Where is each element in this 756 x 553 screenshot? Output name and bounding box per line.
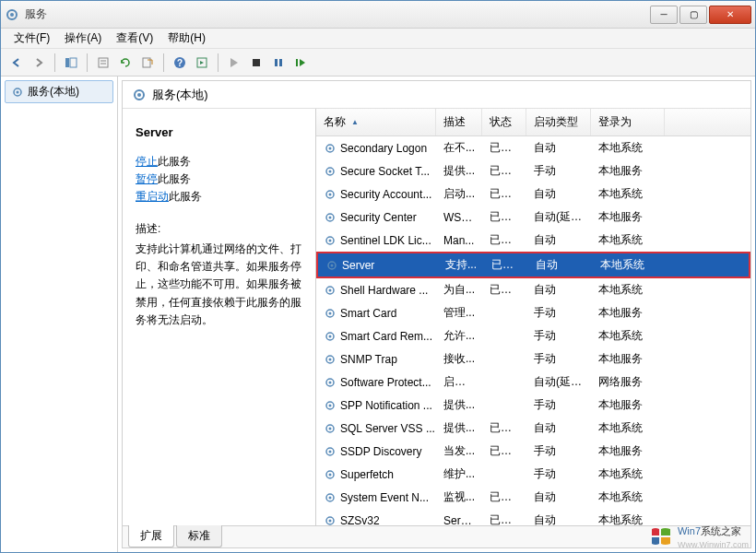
service-logon: 本地服务	[591, 395, 665, 415]
service-row[interactable]: SSDP Discovery当发...已启动手动本地服务	[316, 440, 750, 463]
service-status: 已启动	[482, 418, 526, 438]
description-label: 描述:	[136, 221, 302, 237]
service-row[interactable]: Superfetch维护...手动本地系统	[316, 463, 750, 486]
watermark: Win7系统之家 Www.Winwin7.com	[650, 524, 749, 549]
service-logon: 本地服务	[591, 303, 665, 323]
service-row[interactable]: Security Account...启动...已启动自动本地系统	[316, 182, 750, 206]
service-logon: 本地系统	[591, 184, 665, 204]
service-row[interactable]: Smart Card管理...手动本地服务	[316, 301, 750, 324]
svg-rect-2	[65, 58, 69, 67]
service-startup: 自动	[526, 230, 591, 250]
service-row[interactable]: Sentinel LDK Lic...Man...已启动自动本地系统	[316, 229, 750, 252]
gear-icon	[324, 234, 337, 247]
service-startup: 自动(延迟...	[526, 207, 591, 227]
pause-link[interactable]: 暂停	[136, 172, 158, 185]
service-desc: 启动...	[436, 184, 482, 204]
service-desc: 当发...	[436, 441, 482, 461]
content-area: 服务(本地) 服务(本地) Server 停止此服务 暂停此服务 重启动此服务	[1, 76, 755, 552]
back-button[interactable]	[6, 53, 27, 73]
start-service-button[interactable]	[224, 53, 244, 73]
menu-help[interactable]: 帮助(H)	[160, 29, 213, 48]
service-name: Security Account...	[340, 188, 431, 201]
svg-point-52	[329, 519, 332, 522]
service-row[interactable]: SNMP Trap接收...手动本地服务	[316, 347, 750, 371]
action-button[interactable]	[192, 53, 212, 73]
service-list[interactable]: 名称▲ 描述 状态 启动类型 登录为 Secondary Logon在不...已…	[316, 109, 750, 525]
export-button[interactable]	[137, 53, 158, 73]
refresh-button[interactable]	[115, 53, 136, 73]
col-logon[interactable]: 登录为	[591, 109, 665, 135]
col-status[interactable]: 状态	[482, 109, 526, 135]
service-row[interactable]: Security CenterWSC...已启动自动(延迟...本地服务	[316, 206, 750, 229]
main-pane: 服务(本地) Server 停止此服务 暂停此服务 重启动此服务 描述: 支持此…	[122, 80, 751, 548]
service-name: SPP Notification ...	[340, 399, 432, 412]
service-row[interactable]: Secondary Logon在不...已启动自动本地系统	[316, 136, 750, 159]
gear-icon	[324, 307, 337, 320]
service-row[interactable]: Software Protect...启用 ...自动(延迟...网络服务	[316, 371, 750, 394]
service-status: 已启动	[482, 138, 526, 158]
stop-link[interactable]: 停止	[136, 155, 158, 168]
col-desc[interactable]: 描述	[436, 109, 482, 135]
service-name: Smart Card	[340, 307, 396, 320]
pause-service-button[interactable]	[268, 53, 289, 73]
pane-header: 服务(本地)	[123, 81, 750, 109]
service-status: 已启动	[482, 230, 526, 250]
service-row[interactable]: SPP Notification ...提供...手动本地服务	[316, 394, 750, 417]
service-row[interactable]: System Event N...监视...已启动自动本地系统	[316, 486, 750, 509]
service-desc: 支持...	[438, 255, 484, 275]
service-name: Software Protect...	[340, 376, 431, 389]
service-name: SSDP Discovery	[340, 445, 421, 458]
minimize-button[interactable]: ─	[650, 6, 678, 24]
titlebar[interactable]: 服务 ─ ▢ ✕	[1, 1, 755, 29]
gear-icon	[324, 491, 337, 504]
col-name[interactable]: 名称▲	[316, 109, 436, 135]
service-status: 已启动	[482, 161, 526, 181]
service-logon: 本地系统	[591, 280, 665, 300]
service-desc: 在不...	[436, 138, 482, 158]
menu-view[interactable]: 查看(V)	[109, 29, 160, 48]
service-name: Shell Hardware ...	[340, 284, 428, 297]
help-button[interactable]: ?	[170, 53, 190, 73]
show-hide-tree-button[interactable]	[61, 53, 81, 73]
window-controls: ─ ▢ ✕	[650, 6, 751, 24]
service-startup: 自动	[528, 255, 593, 275]
svg-point-34	[329, 312, 332, 314]
service-status	[482, 358, 526, 361]
svg-point-1	[10, 13, 14, 17]
service-startup: 自动	[526, 184, 591, 204]
selected-service-name: Server	[136, 125, 302, 139]
tree-pane: 服务(本地)	[1, 76, 118, 552]
service-name: SQL Server VSS ...	[340, 422, 435, 435]
menu-action[interactable]: 操作(A)	[57, 29, 109, 48]
svg-rect-3	[70, 58, 77, 67]
service-row[interactable]: SZSv32Servi...已启动自动本地系统	[316, 509, 750, 525]
sort-ascending-icon: ▲	[351, 118, 359, 126]
services-window: 服务 ─ ▢ ✕ 文件(F) 操作(A) 查看(V) 帮助(H) ?	[0, 0, 756, 553]
forward-button[interactable]	[29, 53, 49, 73]
svg-point-40	[329, 381, 332, 383]
stop-service-button[interactable]	[246, 53, 266, 73]
service-startup: 手动	[526, 395, 591, 415]
gear-icon	[324, 468, 337, 481]
tab-extended[interactable]: 扩展	[128, 525, 174, 547]
restart-service-button[interactable]	[290, 53, 311, 73]
restart-link[interactable]: 重启动	[136, 190, 169, 203]
properties-button[interactable]	[93, 53, 113, 73]
col-startup[interactable]: 启动类型	[526, 109, 591, 135]
close-button[interactable]: ✕	[709, 6, 751, 24]
service-row[interactable]: SQL Server VSS ...提供...已启动自动本地系统	[316, 417, 750, 440]
tab-standard[interactable]: 标准	[176, 525, 222, 547]
service-logon: 本地系统	[591, 418, 665, 438]
gear-icon	[324, 399, 337, 412]
svg-point-42	[329, 404, 332, 406]
tree-root-item[interactable]: 服务(本地)	[5, 80, 113, 103]
service-row[interactable]: Secure Socket T...提供...已启动手动本地服务	[316, 159, 750, 182]
service-name: Secondary Logon	[340, 142, 427, 155]
service-row[interactable]: Shell Hardware ...为自...已启动自动本地系统	[316, 278, 750, 301]
menu-file[interactable]: 文件(F)	[6, 29, 57, 48]
maximize-button[interactable]: ▢	[679, 6, 707, 24]
service-desc: 为自...	[436, 280, 482, 300]
service-row[interactable]: Server支持...已启动自动本地系统	[316, 252, 750, 278]
service-startup: 手动	[526, 303, 591, 323]
service-row[interactable]: Smart Card Rem...允许...手动本地系统	[316, 324, 750, 347]
